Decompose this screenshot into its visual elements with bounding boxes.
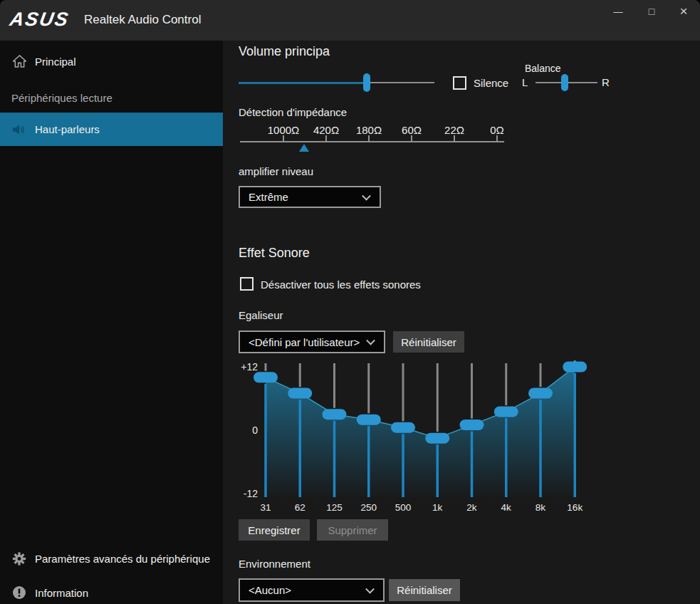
silence-label: Silence — [474, 77, 508, 89]
environment-reset-button[interactable]: Réinitialiser — [389, 579, 460, 601]
balance-slider[interactable] — [536, 82, 597, 83]
app-title: Realtek Audio Control — [84, 13, 201, 27]
silence-checkbox[interactable] — [453, 76, 466, 90]
sidebar-item-information[interactable]: Information — [0, 580, 223, 604]
volume-slider[interactable] — [239, 82, 434, 83]
impedance-tick — [283, 135, 284, 141]
sidebar-item-principal[interactable]: Principal — [0, 47, 223, 76]
impedance-scale-line — [240, 141, 504, 142]
sidebar-item-haut-parleurs[interactable]: Haut-parleurs — [0, 113, 223, 146]
equalizer-delete-button[interactable]: Supprimer — [317, 519, 388, 541]
amplifier-label: amplifier niveau — [239, 165, 313, 177]
info-icon — [12, 585, 26, 600]
maximize-button[interactable]: □ — [640, 2, 663, 21]
minimize-icon: — — [614, 6, 623, 17]
impedance-tick — [368, 135, 370, 141]
effects-title: Effet Sonore — [239, 246, 310, 261]
eq-axis-label: +12 — [241, 361, 258, 373]
balance-label: Balance — [525, 63, 561, 74]
eq-band-label: 4k — [501, 502, 512, 513]
title-bar: ASUS Realtek Audio Control — □ × — [0, 0, 700, 41]
equalizer-label: Egaliseur — [239, 309, 283, 321]
chevron-down-icon — [366, 336, 375, 345]
close-button[interactable]: × — [672, 2, 695, 21]
impedance-indicator-icon — [299, 144, 309, 152]
environment-select[interactable]: <Aucun> — [239, 578, 385, 602]
sidebar-item-label: Principal — [35, 56, 76, 68]
eq-band-handle[interactable] — [425, 433, 449, 444]
close-icon: × — [679, 4, 687, 19]
equalizer-preset-value: <Défini par l'utilisateur> — [249, 336, 360, 348]
equalizer-chart: 31621252505001k2k4k8k16k+120-12 — [235, 355, 623, 520]
sidebar-item-advanced-settings[interactable]: Paramètres avancés du périphérique — [0, 546, 223, 571]
eq-axis-label: 0 — [252, 425, 258, 436]
eq-band-handle[interactable] — [288, 388, 312, 399]
eq-band-label: 16k — [567, 502, 583, 513]
main-panel: Volume principa Silence Balance L R Déte… — [223, 41, 700, 604]
eq-band-handle[interactable] — [391, 422, 415, 433]
volume-slider-fill — [239, 82, 367, 84]
eq-band-handle[interactable] — [323, 409, 347, 420]
impedance-tick-label: 0Ω — [469, 124, 526, 136]
equalizer-save-button[interactable]: Enregistrer — [239, 519, 310, 541]
eq-band-label: 2k — [466, 502, 477, 513]
eq-band-label: 31 — [260, 502, 271, 513]
equalizer-preset-select[interactable]: <Défini par l'utilisateur> — [239, 330, 385, 353]
minimize-button[interactable]: — — [607, 2, 630, 21]
gear-icon — [12, 551, 26, 566]
eq-band-label: 1k — [432, 502, 443, 513]
eq-band-label: 500 — [395, 502, 412, 513]
impedance-scale: 1000Ω420Ω180Ω60Ω22Ω0Ω — [240, 125, 504, 157]
volume-title: Volume principa — [239, 44, 330, 59]
amplifier-select[interactable]: Extrême — [239, 186, 381, 208]
eq-band-handle[interactable] — [494, 407, 518, 417]
sidebar-item-label: Paramètres avancés du périphérique — [35, 553, 210, 565]
disable-effects-label: Désactiver tous les effets sonores — [261, 278, 421, 291]
eq-band-handle[interactable] — [563, 361, 587, 372]
balance-slider-handle[interactable] — [561, 74, 568, 91]
balance-right-label: R — [602, 76, 610, 88]
volume-slider-handle[interactable] — [363, 73, 370, 92]
equalizer-reset-button[interactable]: Réinitialiser — [393, 331, 464, 353]
disable-effects-checkbox[interactable] — [240, 277, 254, 291]
impedance-tick — [411, 135, 412, 141]
balance-left-label: L — [522, 76, 528, 88]
sidebar-item-label: Information — [35, 587, 88, 599]
home-icon — [12, 54, 26, 68]
impedance-tick — [496, 135, 498, 141]
chevron-down-icon — [365, 584, 375, 593]
sidebar: Principal Périphériques lecture Haut-par… — [0, 41, 223, 604]
sidebar-section-label: Périphériques lecture — [11, 92, 113, 104]
speaker-icon — [12, 123, 26, 137]
impedance-title: Détection d'impédance — [239, 106, 347, 118]
amplifier-select-value: Extrême — [249, 191, 288, 203]
eq-band-handle[interactable] — [460, 420, 484, 430]
impedance-tick — [325, 135, 327, 141]
eq-band-label: 125 — [326, 502, 343, 513]
chevron-down-icon — [362, 191, 371, 200]
eq-band-label: 8k — [536, 502, 546, 513]
impedance-tick — [454, 135, 455, 141]
asus-logo: ASUS — [8, 9, 70, 31]
eq-band-label: 62 — [295, 502, 305, 513]
sidebar-item-label: Haut-parleurs — [35, 123, 100, 135]
maximize-icon: □ — [649, 6, 654, 17]
eq-band-handle[interactable] — [528, 388, 553, 399]
environment-select-value: <Aucun> — [249, 584, 291, 596]
eq-band-handle[interactable] — [254, 372, 278, 382]
eq-band-label: 250 — [360, 502, 377, 513]
environment-label: Environnement — [239, 558, 310, 570]
eq-band-handle[interactable] — [357, 415, 381, 425]
eq-axis-label: -12 — [244, 488, 258, 499]
app-window: ASUS Realtek Audio Control — □ × Princip… — [0, 0, 700, 604]
